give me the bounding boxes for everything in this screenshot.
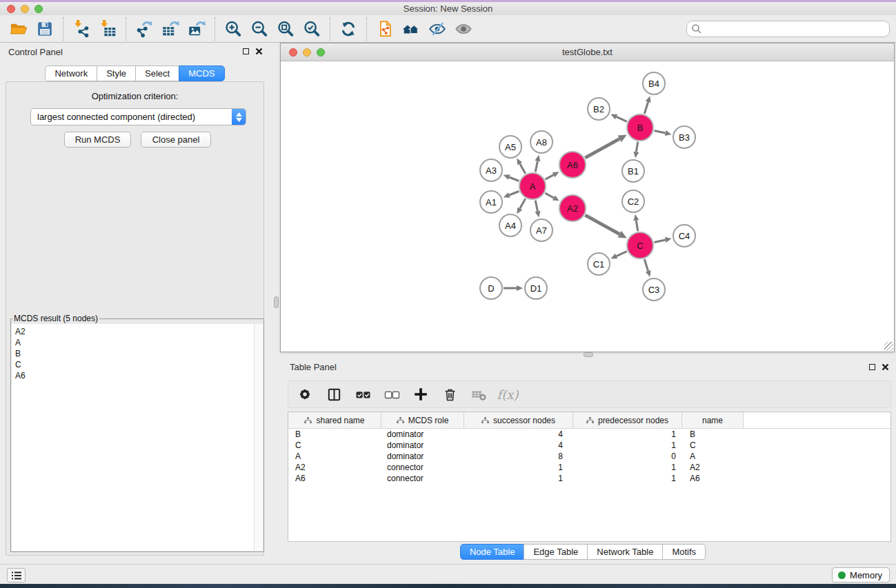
hide-selected-button[interactable]: [424, 17, 450, 41]
table-cell[interactable]: C: [288, 440, 381, 450]
open-session-file-button[interactable]: [372, 17, 398, 41]
column-header-shared-name[interactable]: shared name: [288, 412, 381, 428]
deselect-all-button[interactable]: [379, 383, 404, 406]
graph-node-D[interactable]: D: [479, 276, 503, 300]
network-vertical-scrollbar-thumb[interactable]: [274, 296, 279, 308]
table-cell[interactable]: 1: [573, 463, 682, 472]
column-header-predecessor-nodes[interactable]: predecessor nodes: [573, 412, 682, 428]
table-row[interactable]: Adominator80A: [288, 451, 890, 462]
graph-node-C3[interactable]: C3: [642, 278, 666, 301]
select-all-button[interactable]: [350, 383, 375, 406]
memory-button[interactable]: Memory: [832, 567, 890, 582]
add-row-button[interactable]: [408, 383, 433, 406]
graph-node-A2[interactable]: A2: [559, 194, 586, 222]
tab-network[interactable]: Network: [45, 65, 97, 81]
open-file-button[interactable]: [6, 17, 32, 41]
graph-node-B2[interactable]: B2: [587, 97, 610, 121]
mcds-result-item[interactable]: C: [15, 359, 263, 370]
save-session-button[interactable]: [32, 17, 58, 41]
zoom-in-button[interactable]: [220, 17, 246, 41]
mcds-result-item[interactable]: A6: [15, 370, 263, 381]
graph-node-A6[interactable]: A6: [559, 151, 586, 179]
destroy-network-button[interactable]: [398, 17, 424, 41]
float-panel-icon[interactable]: [869, 364, 875, 370]
graph-node-A[interactable]: A: [519, 172, 546, 200]
task-history-button[interactable]: [7, 568, 26, 582]
column-header-name[interactable]: name: [682, 412, 744, 428]
table-settings-button[interactable]: [292, 383, 317, 406]
table-cell[interactable]: 4: [464, 440, 573, 450]
network-canvas[interactable]: AA1A2A3A4A5A6A7A8BB1B2B3B4CC1C2C3C4DD1: [281, 61, 894, 352]
export-table-button[interactable]: [157, 17, 183, 41]
search-input[interactable]: [686, 21, 890, 37]
table-cell[interactable]: C: [682, 440, 744, 450]
import-table-button[interactable]: [94, 17, 121, 41]
float-panel-icon[interactable]: [243, 48, 249, 54]
table-cell[interactable]: 1: [464, 474, 573, 483]
table-cell[interactable]: A2: [288, 463, 381, 472]
table-cell[interactable]: 1: [573, 429, 682, 439]
table-cell[interactable]: 1: [573, 474, 682, 483]
table-cell[interactable]: A2: [682, 463, 744, 472]
run-mcds-button[interactable]: Run MCDS: [64, 132, 131, 148]
column-header-mcds-role[interactable]: MCDS role: [381, 412, 464, 428]
graph-node-B[interactable]: B: [626, 114, 654, 141]
graph-node-A7[interactable]: A7: [530, 219, 553, 242]
graph-node-B3[interactable]: B3: [673, 125, 696, 149]
mcds-list-scrollbar[interactable]: [254, 324, 263, 551]
graph-node-A1[interactable]: A1: [479, 190, 503, 214]
window-resize-grip[interactable]: [884, 342, 893, 351]
table-cell[interactable]: B: [682, 429, 744, 439]
network-horizontal-scrollbar-thumb[interactable]: [584, 352, 593, 357]
graph-node-B4[interactable]: B4: [642, 72, 666, 95]
mcds-result-item[interactable]: B: [15, 348, 263, 359]
graph-node-B1[interactable]: B1: [621, 159, 645, 183]
table-cell[interactable]: dominator: [381, 440, 464, 450]
mcds-result-item[interactable]: A2: [15, 326, 263, 337]
table-cell[interactable]: A: [682, 452, 744, 461]
zoom-out-button[interactable]: [246, 17, 272, 41]
graph-node-D1[interactable]: D1: [524, 276, 548, 300]
graph-node-A5[interactable]: A5: [499, 135, 522, 159]
tab-select[interactable]: Select: [135, 65, 179, 81]
zoom-selected-button[interactable]: [299, 17, 325, 41]
tab-style[interactable]: Style: [97, 65, 136, 81]
tab-node-table[interactable]: Node Table: [460, 544, 525, 560]
mcds-result-item[interactable]: A: [15, 337, 263, 348]
column-header-successor-nodes[interactable]: successor nodes: [464, 412, 573, 428]
table-cell[interactable]: 4: [464, 429, 573, 439]
table-cell[interactable]: 0: [573, 452, 682, 461]
table-cell[interactable]: A6: [288, 474, 381, 483]
delete-row-button[interactable]: [437, 383, 462, 406]
graph-node-A3[interactable]: A3: [479, 159, 503, 182]
close-panel-icon[interactable]: [882, 363, 889, 371]
table-cell[interactable]: A6: [682, 474, 744, 483]
refresh-button[interactable]: [335, 17, 361, 41]
table-row[interactable]: Cdominator41C: [288, 440, 890, 451]
table-cell[interactable]: 1: [464, 463, 573, 472]
table-row[interactable]: Bdominator41B: [288, 429, 890, 440]
show-all-button[interactable]: [450, 17, 477, 41]
graph-node-C[interactable]: C: [626, 232, 654, 259]
graph-node-C1[interactable]: C1: [587, 252, 610, 276]
tab-edge-table[interactable]: Edge Table: [524, 544, 588, 560]
table-cell[interactable]: dominator: [381, 452, 464, 461]
graph-node-C4[interactable]: C4: [673, 224, 696, 247]
criterion-dropdown[interactable]: largest connected component (directed): [30, 108, 246, 125]
table-cell[interactable]: connector: [381, 474, 464, 483]
table-cell[interactable]: B: [288, 429, 381, 439]
close-panel-icon[interactable]: [255, 48, 263, 55]
table-cell[interactable]: dominator: [381, 429, 464, 439]
export-image-button[interactable]: [183, 17, 210, 41]
table-cell[interactable]: 8: [464, 452, 573, 461]
tab-motifs[interactable]: Motifs: [662, 544, 706, 560]
table-cell[interactable]: A: [288, 452, 381, 461]
import-network-button[interactable]: [68, 17, 94, 41]
table-row[interactable]: A2connector11A2: [288, 462, 890, 473]
close-panel-button[interactable]: Close panel: [141, 132, 211, 148]
export-network-button[interactable]: [131, 17, 157, 41]
tab-mcds[interactable]: MCDS: [179, 65, 224, 81]
graph-node-A4[interactable]: A4: [499, 214, 522, 237]
show-columns-button[interactable]: [321, 383, 346, 406]
table-cell[interactable]: connector: [381, 463, 464, 472]
